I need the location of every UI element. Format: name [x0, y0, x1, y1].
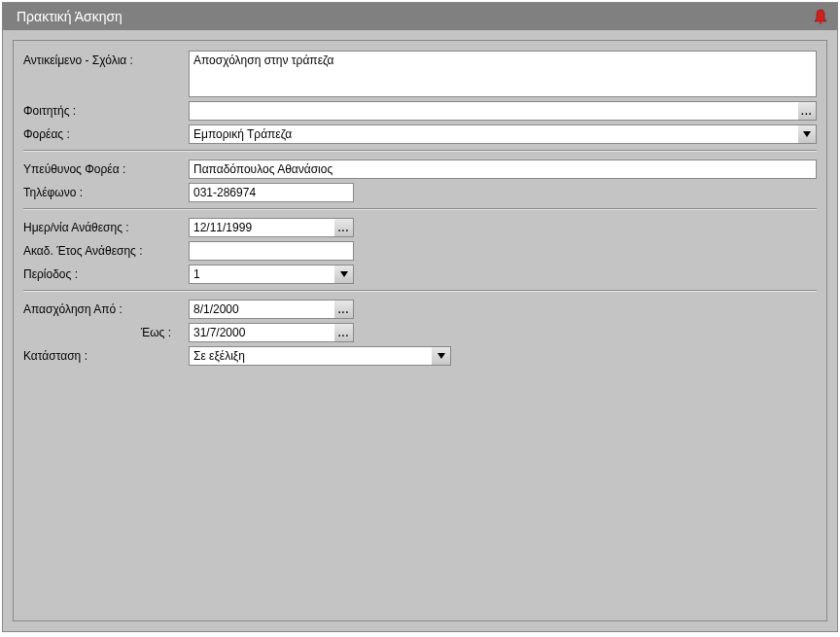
label-period: Περίοδος :	[23, 265, 189, 281]
titlebar: Πρακτική Άσκηση	[3, 3, 837, 30]
employ-to-picker-button[interactable]: ...	[334, 323, 354, 342]
row-student: Φοιτητής : ...	[23, 101, 817, 121]
internship-form-window: Πρακτική Άσκηση Αντικείμενο - Σχόλια : Φ…	[2, 2, 838, 632]
divider-2	[23, 208, 817, 210]
employ-from-input[interactable]	[189, 300, 334, 319]
label-subject: Αντικείμενο - Σχόλια :	[23, 51, 189, 67]
row-status: Κατάσταση :	[23, 346, 817, 366]
label-organization: Φορέας :	[23, 124, 189, 141]
divider-3	[23, 290, 817, 292]
label-employ-from: Απασχόληση Από :	[23, 300, 189, 316]
content-area: Αντικείμενο - Σχόλια : Φοιτητής : ... Φο…	[3, 30, 837, 631]
bell-notification-icon[interactable]	[814, 9, 827, 24]
row-organization: Φορέας :	[23, 124, 817, 144]
label-assign-date: Ημερ/νία Ανάθεσης :	[23, 218, 189, 234]
status-dropdown-button[interactable]	[432, 346, 451, 366]
supervisor-input[interactable]	[189, 159, 817, 179]
divider-1	[23, 150, 817, 152]
row-academic-year: Ακαδ. Έτος Ανάθεσης :	[23, 241, 817, 261]
label-academic-year: Ακαδ. Έτος Ανάθεσης :	[23, 241, 189, 258]
row-period: Περίοδος :	[23, 265, 817, 284]
form-panel: Αντικείμενο - Σχόλια : Φοιτητής : ... Φο…	[13, 40, 827, 621]
academic-year-input[interactable]	[189, 241, 354, 261]
student-picker-button[interactable]: ...	[798, 101, 817, 121]
label-status: Κατάσταση :	[23, 346, 189, 363]
employ-from-picker-button[interactable]: ...	[334, 300, 354, 319]
organization-select[interactable]	[189, 124, 798, 144]
period-dropdown-button[interactable]	[334, 265, 354, 284]
row-phone: Τηλέφωνο :	[23, 183, 817, 202]
label-student: Φοιτητής :	[23, 101, 189, 118]
employ-to-input[interactable]	[189, 323, 334, 342]
phone-input[interactable]	[189, 183, 354, 202]
window-title: Πρακτική Άσκηση	[17, 9, 122, 24]
label-supervisor: Υπεύθυνος Φορέα :	[23, 159, 189, 176]
subject-textarea[interactable]	[189, 51, 817, 97]
organization-dropdown-button[interactable]	[798, 124, 817, 144]
row-employ-to: Έως : ...	[23, 323, 817, 342]
row-supervisor: Υπεύθυνος Φορέα :	[23, 159, 817, 179]
period-select[interactable]	[189, 265, 334, 284]
status-select[interactable]	[189, 346, 432, 366]
svg-point-0	[820, 21, 822, 23]
assign-date-input[interactable]	[189, 218, 334, 237]
row-assign-date: Ημερ/νία Ανάθεσης : ...	[23, 218, 817, 237]
label-employ-to: Έως :	[23, 323, 189, 339]
student-input[interactable]	[189, 101, 798, 121]
row-subject: Αντικείμενο - Σχόλια :	[23, 51, 817, 97]
label-phone: Τηλέφωνο :	[23, 183, 189, 199]
row-employ-from: Απασχόληση Από : ...	[23, 300, 817, 319]
assign-date-picker-button[interactable]: ...	[334, 218, 354, 237]
